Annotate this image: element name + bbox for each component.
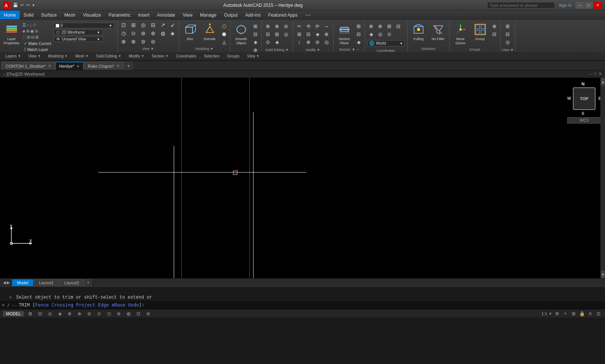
- selection-bottom-btn[interactable]: Selection: [200, 53, 223, 59]
- scale-dropdown[interactable]: ▼: [549, 312, 552, 316]
- solid-edit-btn-3[interactable]: ⊘: [282, 23, 290, 30]
- menu-parametric[interactable]: Parametric: [105, 11, 134, 19]
- section-bottom-btn[interactable]: Section ▼: [148, 53, 172, 59]
- modify-btn-3[interactable]: ⟳: [313, 23, 322, 30]
- redo-btn[interactable]: ↪: [26, 3, 29, 8]
- modify-btn-5[interactable]: ⊞: [295, 31, 304, 38]
- menu-manage[interactable]: Manage: [196, 11, 220, 19]
- menu-surface[interactable]: Surface: [37, 11, 60, 19]
- view-btn-13[interactable]: ⊕: [119, 38, 128, 45]
- solid-editing-bottom-btn[interactable]: Solid Editing ▼: [92, 53, 125, 59]
- view-btn-5[interactable]: ↗: [158, 21, 168, 29]
- coord-btn-5[interactable]: ◈: [367, 31, 375, 38]
- status-sc-icon[interactable]: ⊚: [145, 310, 152, 317]
- coord-btn-1[interactable]: ⊕: [367, 23, 375, 30]
- doc-tab-3-close[interactable]: ✕: [116, 64, 119, 68]
- annotation-status-icon[interactable]: A: [587, 310, 594, 317]
- status-transparency-icon[interactable]: ◍: [125, 310, 132, 317]
- lock-status-icon[interactable]: 🔒: [579, 310, 585, 317]
- view-btn-10[interactable]: ⊛: [149, 29, 158, 37]
- coord-btn-7[interactable]: ⊙: [385, 31, 394, 38]
- modify-btn-1[interactable]: ✂: [295, 23, 304, 30]
- menu-solid[interactable]: Solid: [20, 11, 37, 19]
- world-dropdown[interactable]: 🌐 World ▼: [367, 40, 405, 46]
- maximize-button[interactable]: □: [585, 2, 593, 9]
- status-dyn-icon[interactable]: ◷: [105, 310, 112, 317]
- quick-access-btn[interactable]: 💾: [13, 3, 18, 8]
- model-tab[interactable]: Model: [12, 279, 33, 286]
- menu-extra[interactable]: ⋯: [301, 11, 314, 19]
- modify-btn-4[interactable]: ↔: [323, 23, 331, 30]
- groups-btn-1[interactable]: ⊕: [490, 23, 499, 30]
- view-btn-14[interactable]: ⊗: [129, 38, 138, 45]
- mesh-btn-1[interactable]: ⊞: [251, 23, 260, 30]
- layer-properties-button[interactable]: LayerProperties: [2, 21, 22, 47]
- layout1-tab[interactable]: Layout1: [34, 279, 59, 286]
- solid-edit-btn-4[interactable]: ⊟: [264, 31, 272, 38]
- close-button[interactable]: ✕: [594, 2, 602, 9]
- status-osnap-icon[interactable]: ⊕: [66, 310, 73, 317]
- view-btn-2[interactable]: ⊞: [129, 21, 138, 29]
- layout-arrow-right[interactable]: ▶: [7, 280, 10, 285]
- add-layout-button[interactable]: +: [85, 279, 92, 286]
- menu-visualize[interactable]: Visualize: [79, 11, 105, 19]
- solid-edit-btn-6[interactable]: ◎: [282, 31, 290, 38]
- view-btn-9[interactable]: ⊚: [139, 29, 148, 37]
- group-button[interactable]: Group: [471, 21, 490, 43]
- viewport-maximize-icon[interactable]: □: [594, 71, 596, 76]
- doc-tab-3[interactable]: Ruko Cingcin* ✕: [84, 62, 124, 70]
- menu-home[interactable]: Home: [0, 11, 20, 19]
- status-3dosnap-icon[interactable]: ⊗: [76, 310, 83, 317]
- search-input[interactable]: [487, 2, 555, 9]
- sign-in-link[interactable]: Sign In: [559, 3, 572, 8]
- view-btn-16[interactable]: ⊖: [149, 38, 158, 45]
- cmd-input-field[interactable]: [144, 302, 603, 308]
- modify-btn-12[interactable]: ◎: [323, 39, 331, 46]
- coord-btn-4[interactable]: ⊟: [394, 23, 403, 30]
- section-btn-2[interactable]: ⊟: [355, 31, 363, 38]
- section-plane-button[interactable]: SectionPlane: [335, 21, 354, 47]
- view2-btn-1[interactable]: ⊞: [504, 23, 512, 30]
- status-lw-icon[interactable]: ⊛: [115, 310, 122, 317]
- solid-edit-btn-5[interactable]: ⊞: [273, 31, 281, 38]
- new-tab-button[interactable]: +: [124, 62, 133, 70]
- right-scrollbar[interactable]: ▲ ▼: [600, 78, 605, 278]
- minimize-button[interactable]: –: [576, 2, 584, 9]
- view-btn-6[interactable]: ↙: [168, 21, 177, 29]
- status-grid-icon[interactable]: ⊞: [27, 310, 34, 317]
- view-btn-11[interactable]: ◍: [158, 29, 168, 37]
- menu-output[interactable]: Output: [220, 11, 241, 19]
- viewport-minimize-icon[interactable]: –: [589, 71, 591, 76]
- dropdown-btn[interactable]: ▼: [32, 3, 35, 7]
- modeling-bottom-btn[interactable]: Modeling ▼: [44, 53, 71, 59]
- layout-status-icon[interactable]: ⊞: [570, 310, 577, 317]
- view3-bottom-btn[interactable]: View ▼: [243, 53, 263, 59]
- groups-btn-2[interactable]: ⊟: [490, 31, 499, 38]
- model-btn-3[interactable]: ◬: [220, 39, 228, 46]
- mesh-btn-3[interactable]: ◈: [251, 39, 260, 46]
- doc-tab-1[interactable]: CONTOH 1_Struktur* ✕: [2, 62, 55, 70]
- settings-icon[interactable]: ⚙: [554, 310, 560, 317]
- modify-btn-6[interactable]: ⊟: [304, 31, 313, 38]
- move-gizmo-button[interactable]: MoveGizmo: [451, 21, 470, 47]
- modify-btn-7[interactable]: ◈: [313, 31, 322, 38]
- make-current-button[interactable]: ✓ Make Current: [22, 41, 53, 46]
- menu-insert[interactable]: Insert: [134, 11, 153, 19]
- modify-btn-11[interactable]: ⊘: [313, 39, 322, 46]
- box-button[interactable]: Box: [181, 21, 200, 43]
- status-polar-icon[interactable]: ◈: [56, 310, 63, 317]
- menu-annotate[interactable]: Annotate: [153, 11, 179, 19]
- status-ducs-icon[interactable]: ⊙: [96, 310, 102, 317]
- view-btn-15[interactable]: ⊘: [139, 38, 148, 45]
- mesh-btn-2[interactable]: ⊟: [251, 31, 260, 38]
- status-snap-icon[interactable]: ⊟: [37, 310, 43, 317]
- coordinates-bottom-btn[interactable]: Coordinates: [172, 53, 200, 59]
- status-otrack-icon[interactable]: ⊘: [86, 310, 93, 317]
- view-btn-3[interactable]: ◎: [139, 21, 148, 29]
- view2-btn-2[interactable]: ⊟: [504, 31, 512, 38]
- section-btn-1[interactable]: ⊞: [355, 23, 363, 30]
- model-btn-2[interactable]: ⬟: [220, 31, 228, 38]
- view-btn-4[interactable]: ⊟: [149, 21, 158, 29]
- view-btn-8[interactable]: ⊙: [129, 29, 138, 37]
- modify-bottom-btn[interactable]: Modify ▼: [125, 53, 148, 59]
